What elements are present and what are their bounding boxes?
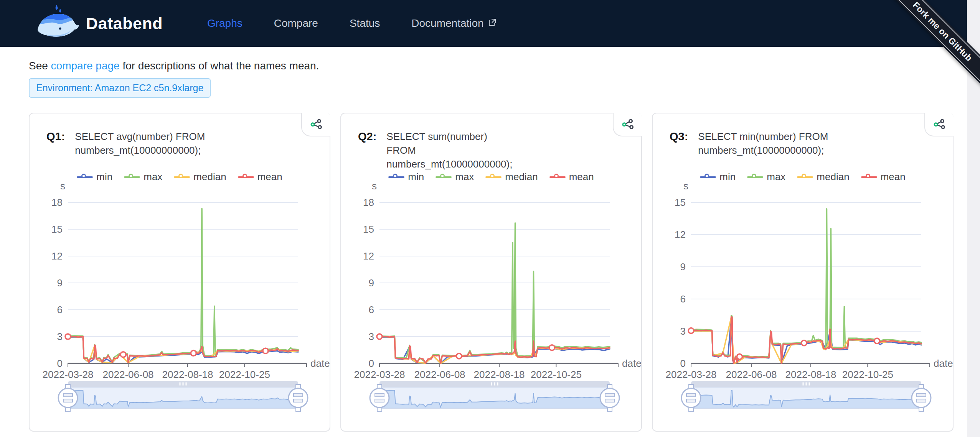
databend-whale-logo-icon [35, 3, 80, 44]
intro-text: See compare page for descriptions of wha… [29, 60, 319, 72]
nav-compare[interactable]: Compare [274, 17, 318, 30]
y-tick-label: 3 [57, 331, 63, 342]
datazoom-grip-icon [494, 383, 495, 386]
series-line-max [379, 223, 610, 363]
brand-name: Databend [86, 14, 163, 33]
legend-marker-icon [174, 174, 190, 181]
data-point-marker[interactable] [191, 350, 196, 356]
x-tick-label: 2022-10-25 [531, 369, 582, 380]
data-point-marker[interactable] [549, 345, 555, 350]
y-tick-label: 12 [675, 229, 686, 240]
x-tick-label: 2022-06-08 [726, 369, 777, 380]
y-tick-label: 12 [363, 250, 374, 262]
y-tick-label: 0 [369, 358, 374, 369]
legend-marker-icon [549, 174, 566, 181]
legend-item-min[interactable]: min [77, 171, 112, 183]
legend-marker-icon [238, 174, 254, 181]
chart-title: Q3: SELECT min(number) FROM numbers_mt(1… [670, 130, 828, 157]
y-tick-label: 6 [57, 304, 63, 315]
nav-status[interactable]: Status [350, 17, 380, 30]
legend-item-median[interactable]: median [797, 171, 849, 183]
legend-marker-icon [124, 174, 140, 181]
x-tick-label: 2022-03-28 [43, 369, 94, 380]
datazoom-slider[interactable] [370, 381, 619, 411]
data-point-marker[interactable] [65, 334, 71, 339]
y-axis-unit-label: s [683, 182, 688, 192]
chart-title: Q1: SELECT avg(number) FROM numbers_mt(1… [46, 130, 205, 157]
y-tick-label: 15 [363, 223, 374, 235]
legend-item-max[interactable]: max [124, 171, 162, 183]
data-point-marker[interactable] [874, 338, 879, 343]
share-icon [310, 118, 323, 131]
y-tick-label: 6 [369, 304, 374, 315]
legend-item-max[interactable]: max [747, 171, 785, 183]
legend-item-mean[interactable]: mean [238, 171, 282, 183]
legend-item-median[interactable]: median [485, 171, 538, 183]
legend-marker-icon [797, 174, 813, 181]
legend-item-min[interactable]: min [388, 171, 424, 183]
legend-label: median [817, 171, 849, 183]
x-axis-unit-label: date [310, 358, 330, 369]
y-tick-label: 9 [680, 261, 686, 273]
share-button[interactable] [301, 113, 330, 136]
x-tick-label: 2022-03-28 [666, 369, 717, 380]
x-tick-label: 2022-08-18 [474, 369, 525, 380]
data-point-marker[interactable] [737, 354, 742, 359]
nav-graphs[interactable]: Graphs [207, 17, 243, 30]
data-point-marker[interactable] [263, 348, 268, 353]
share-button[interactable] [924, 113, 954, 136]
x-axis-unit-label: date [622, 358, 642, 369]
data-point-marker[interactable] [377, 334, 382, 339]
datazoom-slider[interactable] [58, 381, 308, 411]
chart-legend: minmaxmedianmean [30, 171, 330, 183]
legend-item-mean[interactable]: mean [549, 171, 594, 183]
datazoom-grip-icon [806, 383, 807, 386]
page: Databend Graphs Compare Status Documenta… [0, 0, 980, 437]
x-tick-label: 2022-03-28 [354, 369, 405, 380]
y-tick-label: 0 [680, 358, 686, 369]
legend-marker-icon [485, 174, 502, 181]
legend-item-mean[interactable]: mean [861, 171, 906, 183]
y-tick-label: 15 [675, 197, 686, 208]
data-point-marker[interactable] [802, 340, 807, 346]
legend-marker-icon [747, 174, 763, 181]
brand[interactable]: Databend [35, 3, 163, 44]
legend-label: mean [257, 171, 282, 183]
environment-badge: Environment: Amazon EC2 c5n.9xlarge [29, 78, 211, 98]
y-tick-label: 15 [51, 223, 63, 235]
query-id-label: Q1: [46, 130, 65, 143]
legend-label: max [144, 171, 162, 183]
share-button[interactable] [613, 113, 642, 136]
datazoom-grip-icon [803, 383, 804, 386]
y-tick-label: 6 [680, 293, 686, 305]
y-tick-label: 0 [57, 358, 63, 369]
legend-item-max[interactable]: max [436, 171, 474, 183]
x-tick-label: 2022-06-08 [414, 369, 465, 380]
nav-documentation[interactable]: Documentation [411, 17, 497, 30]
compare-page-link[interactable]: compare page [51, 60, 120, 72]
legend-marker-icon [861, 174, 877, 181]
legend-item-median[interactable]: median [174, 171, 226, 183]
query-sql-text: SELECT avg(number) FROM numbers_mt(10000… [75, 130, 205, 157]
legend-marker-icon [388, 174, 404, 181]
legend-label: max [767, 171, 785, 183]
header: Databend Graphs Compare Status Documenta… [0, 0, 980, 47]
query-id-label: Q2: [358, 130, 376, 143]
legend-item-min[interactable]: min [700, 171, 736, 183]
data-point-marker[interactable] [456, 353, 462, 359]
share-icon [621, 118, 634, 131]
legend-marker-icon [77, 174, 93, 181]
datazoom-slider[interactable] [681, 381, 931, 411]
y-axis-unit-label: s [372, 182, 377, 192]
card-q3: Q3: SELECT min(number) FROM numbers_mt(1… [652, 113, 954, 432]
chart-legend: minmaxmedianmean [653, 171, 953, 183]
datazoom-grip-icon [809, 383, 810, 386]
query-id-label: Q3: [670, 130, 688, 143]
y-tick-label: 3 [369, 331, 374, 342]
whale-eye [59, 28, 61, 30]
share-icon [933, 118, 946, 131]
legend-marker-icon [700, 174, 716, 181]
data-point-marker[interactable] [120, 352, 126, 357]
x-tick-label: 2022-08-18 [785, 369, 836, 380]
data-point-marker[interactable] [688, 328, 694, 334]
